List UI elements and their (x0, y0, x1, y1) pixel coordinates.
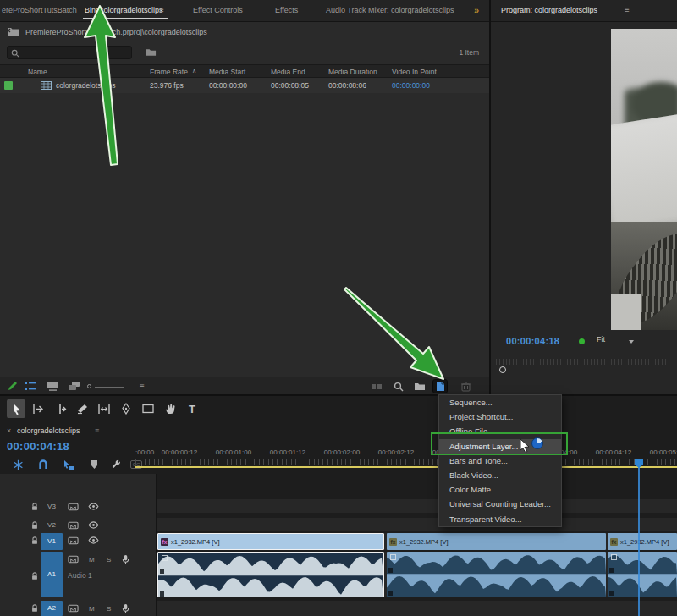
project-writable-icon[interactable] (5, 380, 19, 393)
new-bin-button[interactable] (413, 380, 427, 393)
row-video-in-point[interactable]: 00:00:00:00 (392, 81, 430, 90)
solo-button-a2[interactable]: S (107, 605, 111, 613)
search-input[interactable] (23, 47, 129, 58)
tab-project[interactable]: ereProShortTutsBatch (2, 6, 77, 14)
lane-v2[interactable] (157, 518, 677, 531)
voiceover-mic-icon-a1[interactable] (122, 554, 129, 565)
menu-item[interactable]: Project Shortcut... (439, 410, 561, 424)
sort-options-icon[interactable]: ≡ (135, 380, 149, 393)
lock-icon-v1[interactable] (30, 536, 39, 545)
zoom-level-dropdown[interactable]: Fit (597, 335, 636, 348)
zoom-slider-knob[interactable] (87, 384, 91, 388)
work-area-bar[interactable] (135, 466, 677, 468)
tool-track-select-forward[interactable] (29, 399, 47, 418)
tab-effects[interactable]: Effects (275, 6, 298, 14)
source-patch-icon-a2[interactable] (68, 604, 79, 613)
tab-bin[interactable]: Bin: colorgradelotsclips (85, 6, 163, 14)
list-view-button[interactable] (24, 380, 37, 393)
source-patch-icon-a1[interactable] (68, 555, 79, 564)
menu-item[interactable]: Sequence... (439, 395, 561, 410)
tab-program[interactable]: Program: colorgradelotsclips (501, 6, 597, 14)
track-name-v3[interactable]: V3 (41, 503, 63, 510)
col-video-in-point[interactable]: Video In Point (392, 68, 437, 76)
row-name[interactable]: colorgradelotsclips (56, 81, 115, 90)
tool-razor[interactable] (73, 399, 91, 418)
timeline-clip-video-2[interactable]: fx x1_2932.MP4 [V] (387, 533, 606, 550)
timeline-clip-audio-1[interactable] (157, 552, 384, 597)
clear-trash-button[interactable] (459, 380, 472, 393)
tab-overflow-chevron[interactable]: » (474, 5, 479, 15)
tool-pen[interactable] (117, 399, 135, 418)
icon-view-button[interactable] (46, 380, 59, 393)
tool-selection[interactable] (7, 399, 25, 418)
automate-to-sequence-button[interactable] (371, 380, 384, 393)
linked-selection-icon[interactable] (61, 459, 76, 470)
tool-rectangle[interactable] (139, 399, 157, 418)
track-name-v2[interactable]: V2 (41, 521, 63, 529)
toggle-track-output-eye-v1[interactable] (88, 536, 99, 544)
nest-sequences-icon[interactable] (10, 459, 25, 470)
search-filter-bin-icon[interactable] (146, 47, 157, 57)
timeline-clip-video-3[interactable]: fx x1_2932.MP4 [V] (608, 533, 677, 550)
menu-item[interactable]: Color Matte... (439, 482, 561, 497)
program-scrollbar-handle[interactable] (499, 366, 506, 373)
source-patch-icon-v3[interactable] (68, 503, 79, 511)
zoom-slider-track[interactable] (95, 387, 124, 388)
col-media-start[interactable]: Media Start (209, 68, 245, 76)
program-timecode[interactable]: 00:00:04:18 (506, 336, 559, 346)
mute-button-a2[interactable]: M (89, 605, 95, 613)
snap-magnet-icon[interactable] (36, 459, 51, 470)
track-target-a2[interactable]: A2 (41, 601, 63, 616)
lane-v3[interactable] (157, 499, 677, 513)
lock-icon-a2[interactable] (30, 604, 39, 613)
bin-panel-menu-icon[interactable]: ≡ (159, 5, 164, 14)
breadcrumb[interactable]: PremiereProShortTutsBatch.prproj\colorgr… (25, 28, 207, 36)
timeline-clip-audio-2[interactable] (387, 552, 606, 597)
lock-icon-v3[interactable] (30, 503, 39, 511)
col-name[interactable]: Name (28, 68, 47, 76)
timeline-settings-wrench-icon[interactable] (108, 459, 124, 470)
program-panel-menu-icon[interactable]: ≡ (625, 5, 630, 14)
program-time-ruler[interactable] (496, 359, 672, 365)
voiceover-mic-icon-a2[interactable] (122, 603, 129, 614)
close-sequence-icon[interactable]: × (7, 426, 11, 435)
source-patch-icon-v2[interactable] (68, 521, 79, 530)
menu-item[interactable]: Offline File... (439, 424, 561, 438)
tool-slip[interactable] (95, 399, 113, 418)
search-box[interactable] (7, 46, 132, 59)
col-media-duration[interactable]: Media Duration (328, 68, 377, 76)
tool-ripple-edit[interactable] (51, 399, 69, 418)
add-marker-icon[interactable] (86, 459, 102, 470)
table-row[interactable]: colorgradelotsclips 23.976 fps 00:00:00:… (0, 78, 489, 93)
menu-item[interactable]: Transparent Video... (439, 512, 561, 526)
lock-icon-v2[interactable] (30, 521, 39, 530)
toggle-track-output-eye-v3[interactable] (88, 503, 99, 510)
timeline-clip-audio-3[interactable] (608, 552, 677, 597)
mute-button-a1[interactable]: M (89, 556, 95, 564)
tool-hand[interactable] (161, 399, 179, 418)
menu-item[interactable]: Black Video... (439, 468, 561, 482)
playhead-line[interactable] (638, 467, 640, 616)
new-item-button[interactable] (433, 380, 447, 393)
tab-audio-track-mixer[interactable]: Audio Track Mixer: colorgradelotsclips (326, 6, 454, 14)
col-media-end[interactable]: Media End (271, 68, 305, 76)
solo-button-a1[interactable]: S (107, 556, 111, 564)
timeline-clip-video-1[interactable]: fx x1_2932.MP4 [V] (157, 533, 384, 550)
source-patch-icon-v1[interactable] (68, 536, 79, 545)
menu-item[interactable]: Bars and Tone... (439, 454, 561, 468)
timeline-timecode[interactable]: 00:00:04:18 (7, 440, 69, 453)
tool-type[interactable]: T (183, 399, 201, 418)
lane-a2[interactable] (157, 601, 677, 616)
sequence-tab[interactable]: colorgradelotsclips (17, 426, 80, 435)
toggle-track-output-eye-v2[interactable] (88, 521, 99, 529)
timeline-panel-menu-icon[interactable]: ≡ (95, 426, 99, 435)
col-frame-rate[interactable]: Frame Rate (150, 68, 188, 76)
freeform-view-button[interactable] (68, 380, 81, 393)
find-button[interactable] (392, 380, 405, 393)
track-target-a1[interactable]: A1 (41, 552, 63, 597)
menu-item[interactable]: Adjustment Layer... (439, 439, 561, 454)
track-target-v1[interactable]: V1 (41, 533, 63, 550)
lock-icon-a1[interactable] (30, 572, 39, 580)
menu-item[interactable]: Universal Counting Leader... (439, 497, 561, 511)
tab-effect-controls[interactable]: Effect Controls (193, 6, 243, 14)
